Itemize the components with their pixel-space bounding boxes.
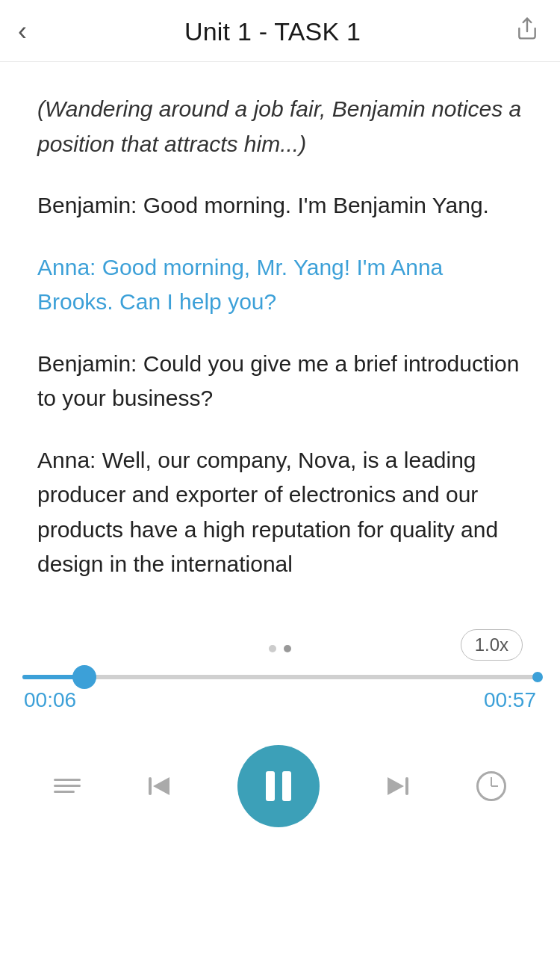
pagination-row: 1.0x (0, 637, 560, 652)
stage-direction: (Wandering around a job fair, Benjamin n… (37, 92, 523, 161)
dialog-text-2: Anna: Good morning, Mr. Yang! I'm Anna B… (37, 255, 443, 315)
progress-end-dot (532, 672, 543, 682)
dialog-text-3: Benjamin: Could you give me a brief intr… (37, 351, 519, 411)
player-controls (0, 735, 560, 857)
pagination-dots (269, 645, 291, 652)
dialog-3: Benjamin: Could you give me a brief intr… (37, 347, 523, 416)
pause-icon (266, 771, 291, 801)
svg-marker-4 (388, 777, 404, 795)
dot-2[interactable] (284, 645, 291, 652)
timer-button[interactable] (476, 771, 506, 801)
dialog-text-1: Benjamin: Good morning. I'm Benjamin Yan… (37, 193, 489, 217)
back-button[interactable]: ‹ (18, 15, 33, 48)
total-time: 00:57 (484, 688, 536, 712)
header: ‹ Unit 1 - TASK 1 (0, 0, 560, 62)
time-row: 00:06 00:57 (22, 688, 538, 712)
playlist-button[interactable] (54, 779, 81, 793)
svg-rect-3 (405, 777, 408, 795)
dialog-1: Benjamin: Good morning. I'm Benjamin Yan… (37, 188, 523, 223)
playlist-icon (54, 779, 81, 793)
dialog-2: Anna: Good morning, Mr. Yang! I'm Anna B… (37, 250, 523, 320)
skip-forward-icon (382, 770, 414, 803)
skip-forward-button[interactable] (382, 770, 414, 803)
speed-badge[interactable]: 1.0x (461, 629, 523, 661)
clock-icon (476, 771, 506, 801)
content-area: (Wandering around a job fair, Benjamin n… (0, 62, 560, 624)
progress-thumb[interactable] (72, 665, 96, 689)
stage-direction-text: (Wandering around a job fair, Benjamin n… (37, 96, 521, 156)
svg-marker-2 (153, 777, 169, 795)
progress-fill (22, 675, 84, 679)
current-time: 00:06 (24, 688, 76, 712)
share-button[interactable] (512, 13, 542, 49)
progress-section: 00:06 00:57 (0, 675, 560, 712)
page-title: Unit 1 - TASK 1 (184, 17, 361, 46)
dot-1[interactable] (269, 645, 276, 652)
dialog-text-4: Anna: Well, our company, Nova, is a lead… (37, 448, 498, 577)
skip-back-icon (143, 770, 175, 803)
svg-rect-1 (149, 777, 152, 795)
skip-back-button[interactable] (143, 770, 175, 803)
dialog-4: Anna: Well, our company, Nova, is a lead… (37, 443, 523, 582)
progress-bar[interactable] (22, 675, 538, 679)
play-pause-button[interactable] (237, 745, 320, 827)
